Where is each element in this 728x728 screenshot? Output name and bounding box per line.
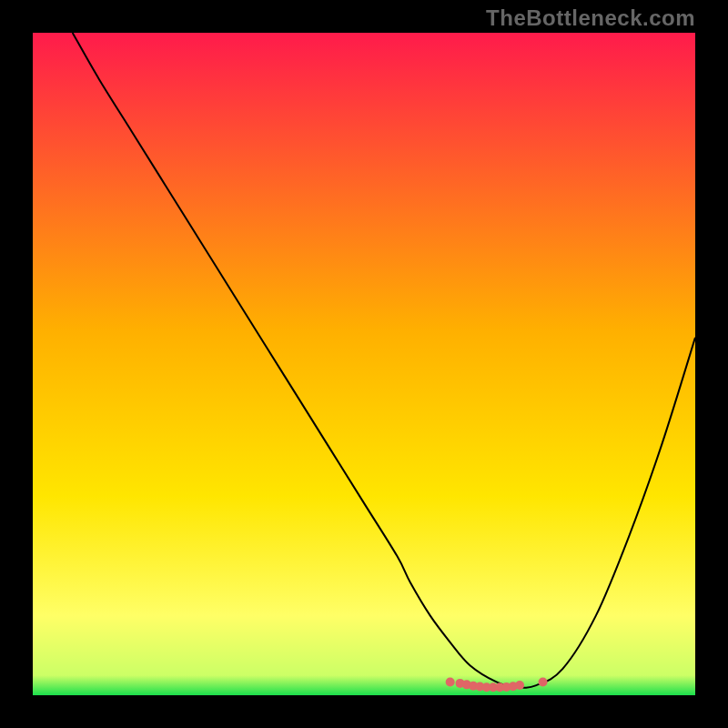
marker-dot — [539, 677, 548, 686]
marker-dot — [446, 677, 455, 686]
chart-svg — [33, 33, 695, 695]
chart-container: TheBottleneck.com — [0, 0, 728, 728]
plot-area — [33, 33, 695, 695]
marker-dot — [515, 681, 524, 690]
watermark-text: TheBottleneck.com — [486, 5, 695, 31]
